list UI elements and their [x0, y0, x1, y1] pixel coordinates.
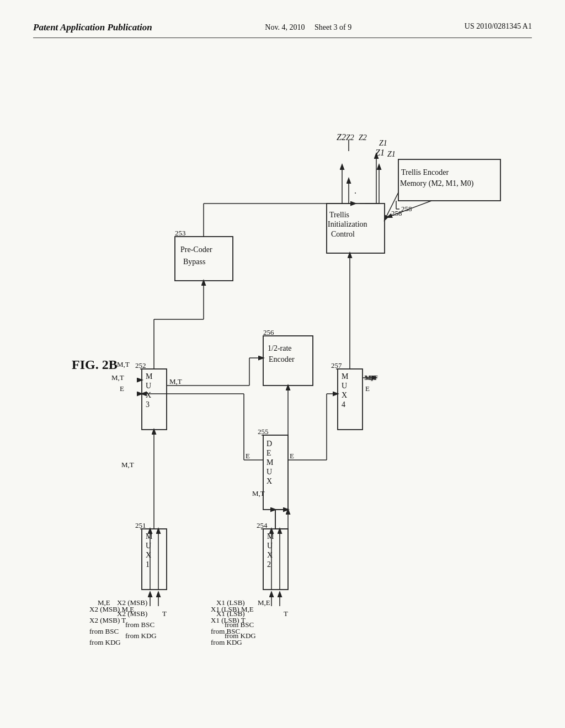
mux3-mt-line-label: M,T [169, 377, 182, 386]
mux1-up-mt: M,T [121, 461, 134, 469]
demux-label-m: M [266, 458, 274, 467]
mux3-number: 252 [135, 361, 146, 370]
mux3-label-u: U [146, 382, 151, 390]
in2-t-label: T [284, 609, 288, 618]
mux3-input-mt: M,T [111, 373, 124, 382]
mux1-number: 251 [135, 521, 146, 529]
in1-t-x2msb: X2 (MSB) [117, 609, 147, 618]
in1-bsc: from BSC [125, 620, 154, 629]
z1-label-top: Z1 [379, 139, 387, 147]
precoder-label-2: Bypass [183, 258, 205, 266]
trellis-ctrl-label-1: Trellis [329, 211, 349, 219]
demux-number: 255 [258, 427, 269, 436]
output-z2: Z2 [359, 133, 367, 142]
mux1-label-1: 1 [146, 560, 150, 569]
circuit-diagram: text { font-family: 'Times New Roman', T… [33, 49, 532, 683]
in1-kdg: from KDG [125, 631, 157, 640]
mux2-number: 254 [257, 521, 268, 529]
page: Patent Application Publication Nov. 4, 2… [0, 0, 565, 728]
in1-me-x2msb: X2 (MSB) [117, 598, 147, 607]
mux4-number: 257 [331, 361, 342, 370]
num-258: 258 [391, 209, 402, 217]
fig-label: FIG. 2B [72, 357, 118, 372]
mux4-input-e: E [365, 384, 370, 393]
header-title: Patent Application Publication [33, 22, 152, 33]
output-z1: Z1 [387, 150, 396, 158]
mux4-label-u: U [342, 382, 347, 390]
in1-t-label: T [162, 609, 167, 618]
mux1-label-m: M [146, 532, 153, 540]
demux-label-u: U [266, 468, 272, 476]
mux2-label-m: M [267, 532, 274, 540]
mux4-label-m: M [342, 372, 349, 381]
header-patent: US 2010/0281345 A1 [465, 22, 532, 31]
in2-me-label: M,E [258, 598, 270, 607]
mux3-mt-output: M,T [117, 360, 130, 368]
mux3-label-x: X [146, 391, 151, 399]
demux-mt-label: M,T [252, 489, 265, 497]
encoder-label-2: Encoder [269, 355, 295, 363]
in2-bsc: from BSC [225, 620, 254, 629]
in2-me-x1lsb: X1 (LSB) [216, 598, 245, 607]
header-center: Nov. 4, 2010 Sheet 3 of 9 [265, 22, 351, 32]
header-date: Nov. 4, 2010 [265, 23, 305, 31]
precoder-number: 253 [175, 229, 186, 237]
trellis-mem-label-2: Memory (M2, M1, M0) [400, 179, 474, 188]
header: Patent Application Publication Nov. 4, 2… [33, 22, 532, 38]
trellis-ctrl-label-2: Initialization [328, 220, 367, 228]
mux3-label-m: M [146, 372, 153, 381]
diagram-area: text { font-family: 'Times New Roman', T… [33, 49, 532, 683]
demux-label-d: D [266, 440, 272, 448]
z1-text: Z1 [375, 148, 385, 157]
demux-e-label: E [246, 452, 250, 460]
demux-label-e: E [266, 449, 271, 457]
in1-me-label: M,E [98, 598, 110, 607]
z2-text: Z2 [337, 132, 346, 142]
mux4-label-4: 4 [342, 400, 345, 409]
in2-kdg: from KDG [225, 631, 256, 640]
trellis-ctrl-label-3: Control [331, 230, 355, 238]
in2-t-x1lsb: X1 (LSB) [216, 609, 245, 618]
z2-label-top: Z2 [346, 133, 354, 142]
mux3-input-e: E [120, 384, 124, 393]
mux3-label-3: 3 [146, 400, 150, 409]
trellis-mem-label-1: Trellis Encoder [401, 168, 449, 176]
mux4-label-x: X [342, 391, 347, 399]
demux-label-x: X [266, 477, 272, 485]
encoder-label-1: 1/2-rate [268, 344, 292, 352]
precoder-label-1: Pre-Coder [180, 245, 212, 254]
header-sheet: Sheet 3 of 9 [315, 23, 351, 31]
encoder-number: 256 [263, 328, 274, 336]
demux-e2-label: E [290, 452, 294, 460]
input-x2-kdg: from KDG [89, 638, 121, 646]
mux2-label-2: 2 [267, 560, 271, 569]
input-x2-bsc: from BSC [89, 627, 119, 635]
